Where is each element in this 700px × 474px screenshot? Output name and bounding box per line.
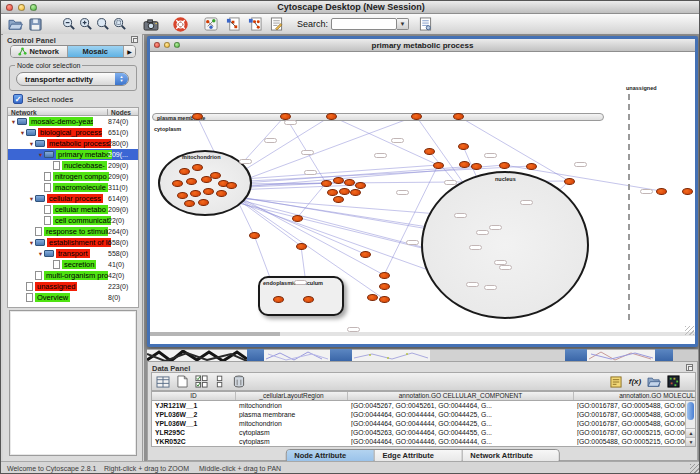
scroll-down-arrow-icon[interactable]: ▼ — [686, 437, 696, 446]
tree-item[interactable]: unassigned223(0) — [8, 281, 138, 292]
network-node[interactable] — [186, 178, 197, 185]
background-window-border[interactable] — [247, 349, 264, 361]
frame-resize-grip[interactable] — [685, 326, 694, 335]
new-attribute-icon[interactable] — [174, 374, 190, 389]
network-node[interactable] — [458, 143, 469, 150]
table-row[interactable]: YPL036W__2plasma membrane[GO:0044464, GO… — [152, 410, 695, 419]
network-node[interactable] — [216, 190, 227, 197]
network-node[interactable] — [526, 163, 537, 170]
search-input[interactable] — [331, 18, 397, 30]
background-window-thumb[interactable] — [352, 349, 430, 361]
network-node[interactable] — [292, 215, 303, 222]
notes-icon[interactable] — [608, 374, 624, 389]
tree-item[interactable]: macromolecule311(0) — [8, 182, 138, 193]
network-node[interactable] — [355, 182, 366, 189]
network-node[interactable] — [327, 189, 338, 196]
network-node[interactable] — [190, 190, 201, 197]
node-color-select[interactable]: transporter activity ▲▼ — [16, 72, 129, 86]
help-lifesaver-icon[interactable] — [172, 16, 189, 33]
column-header[interactable]: annotation.GO CELLULAR_COMPONENT — [348, 392, 574, 400]
network-view-titlebar[interactable]: primary metabolic process — [150, 39, 695, 52]
network-node[interactable] — [192, 164, 203, 171]
select-nodes-checkbox[interactable]: ✓ — [13, 94, 23, 104]
expander-icon[interactable]: ▼ — [19, 130, 26, 136]
float-panel-icon[interactable] — [686, 364, 693, 371]
background-window-thumb[interactable] — [264, 349, 330, 361]
expander-icon[interactable]: ▼ — [28, 196, 35, 202]
tree-item[interactable]: response to stimulu264(0) — [8, 226, 138, 237]
tree-item[interactable]: ▼primary metabo209(... — [8, 149, 138, 160]
table-row[interactable]: YPL036W__1mitochondrion[GO:0044464, GO:0… — [152, 419, 695, 428]
expander-icon[interactable]: ▼ — [37, 251, 44, 257]
column-header[interactable]: annotation.GO MOLECULAR_FUNCTION — [574, 392, 696, 400]
background-window-border[interactable] — [565, 349, 587, 361]
zoom-selected-icon[interactable] — [111, 16, 128, 33]
tree-item[interactable]: ▼metabolic process280(0) — [8, 138, 138, 149]
network-node[interactable] — [210, 172, 221, 179]
network-node[interactable] — [367, 294, 378, 301]
background-window-overview-thumb[interactable] — [147, 349, 247, 361]
network-node[interactable] — [471, 163, 482, 170]
network-node[interactable] — [682, 188, 693, 195]
network-node[interactable] — [339, 188, 350, 195]
background-window-border[interactable] — [655, 349, 673, 361]
background-window-border[interactable] — [330, 349, 352, 361]
column-header[interactable]: _cellularLayoutRegion — [236, 392, 348, 400]
tree-item[interactable]: nitrogen compo209(0) — [8, 171, 138, 182]
zoom-fit-icon[interactable] — [94, 16, 111, 33]
formula-fx-icon[interactable]: f(x) — [627, 374, 643, 389]
tree-item[interactable]: ▼mosaic-demo-yeast874(0) — [8, 116, 138, 127]
network-node[interactable] — [564, 178, 575, 185]
expander-icon[interactable]: ▼ — [28, 141, 35, 147]
search-dropdown-arrow-icon[interactable]: ▼ — [397, 18, 409, 30]
select-attributes-icon[interactable] — [193, 374, 209, 389]
window-resize-grip[interactable] — [690, 464, 700, 474]
tree-item[interactable]: ▼establishment of lo558(0) — [8, 237, 138, 248]
expander-icon[interactable]: ▼ — [28, 240, 35, 246]
tab-network[interactable]: Network — [11, 46, 68, 57]
tab-mosaic[interactable]: Mosaic — [68, 46, 125, 57]
network-node[interactable] — [177, 192, 188, 199]
network-node[interactable] — [296, 243, 307, 250]
network-node[interactable] — [333, 196, 344, 203]
annotation-icon[interactable] — [268, 16, 285, 33]
zoom-in-icon[interactable] — [77, 16, 94, 33]
tree-item[interactable]: cell communicat22(0) — [8, 215, 138, 226]
network-node[interactable] — [499, 162, 510, 169]
network-node[interactable] — [192, 113, 203, 120]
expander-icon[interactable]: ▼ — [37, 152, 44, 158]
network-node[interactable] — [203, 188, 214, 195]
snapshot-camera-icon[interactable] — [142, 16, 159, 33]
network-node[interactable] — [172, 180, 183, 187]
save-session-icon[interactable] — [27, 16, 44, 33]
tree-item[interactable]: ▼transport558(0) — [8, 248, 138, 259]
tree-item[interactable]: secretion41(0) — [8, 259, 138, 270]
tree-item[interactable]: Overview8(0) — [8, 292, 138, 303]
network-node[interactable] — [326, 113, 337, 120]
network-node[interactable] — [321, 180, 332, 187]
network-node[interactable] — [459, 161, 470, 168]
background-window-thumb[interactable] — [587, 349, 655, 361]
import-attributes-icon[interactable] — [646, 374, 662, 389]
column-header[interactable]: ID — [152, 392, 236, 400]
canvas-hscrollbar[interactable] — [150, 332, 695, 336]
attribute-grid-icon[interactable] — [155, 374, 171, 389]
network-node[interactable] — [198, 199, 209, 206]
network-node[interactable] — [249, 232, 260, 239]
tree-item[interactable]: multi-organism pro42(0) — [8, 270, 138, 281]
scrollbar-thumb[interactable] — [687, 402, 694, 420]
network-node[interactable] — [344, 179, 355, 186]
network-node[interactable] — [379, 283, 390, 290]
unselect-attributes-icon[interactable] — [212, 374, 228, 389]
tree-item[interactable]: ▼biological_process651(0) — [8, 127, 138, 138]
table-row[interactable]: YKR052Ccytoplasm[GO:0044464, GO:0044446,… — [152, 437, 695, 446]
expander-icon[interactable]: ▼ — [10, 119, 17, 125]
search-config-icon[interactable] — [417, 16, 434, 33]
layout-network-a-icon[interactable] — [224, 16, 241, 33]
tree-item[interactable]: nucleobase-209(0) — [8, 160, 138, 171]
table-row[interactable]: YLR295Ccytoplasm[GO:0045263, GO:0044464,… — [152, 428, 695, 437]
attribute-matrix-icon[interactable] — [665, 374, 681, 389]
network-node[interactable] — [280, 113, 291, 120]
more-tabs-arrow-icon[interactable]: ▶ — [124, 46, 135, 57]
tree-item[interactable]: ▼cellular process614(0) — [8, 193, 138, 204]
